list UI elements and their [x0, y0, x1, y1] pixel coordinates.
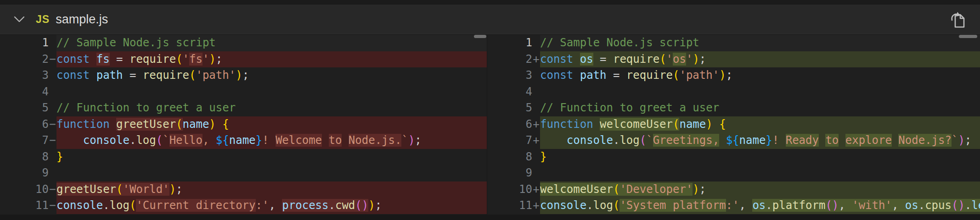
code-token: Hello	[169, 134, 203, 147]
modified-code-pane[interactable]: 1// Sample Node.js script2+const os = re…	[487, 35, 980, 214]
top-edge-strip	[0, 0, 980, 5]
code-line-modified-2[interactable]: 2+const os = require('os');	[487, 51, 980, 68]
code-token: welcomeUser	[540, 183, 613, 196]
code-token: log	[136, 134, 156, 147]
diff-sign: −	[49, 132, 56, 149]
code-line-modified-5[interactable]: 5// Function to greet a user	[487, 100, 980, 116]
code-token: 'World'	[123, 183, 169, 196]
code-line-modified-8[interactable]: 8}	[487, 149, 980, 165]
open-file-icon[interactable]	[949, 9, 967, 29]
code-line-original-10[interactable]: 10−greetUser('World');	[0, 182, 487, 198]
line-number: 1	[487, 35, 532, 51]
code-content: function greetUser(name) {	[56, 116, 487, 133]
code-token: =	[593, 53, 613, 66]
code-token: )	[832, 199, 839, 212]
line-number: 8	[487, 149, 532, 165]
code-line-modified-1[interactable]: 1// Sample Node.js script	[487, 35, 980, 51]
diff-sign: −	[49, 182, 56, 198]
code-token: :'	[726, 199, 739, 212]
code-line-original-11[interactable]: 11−console.log('Current directory:', pro…	[0, 198, 487, 214]
code-token	[719, 134, 726, 147]
code-token: )	[706, 118, 712, 131]
code-token	[110, 118, 116, 131]
code-token: .	[130, 134, 136, 147]
diff-sign	[532, 149, 540, 165]
code-line-original-8[interactable]: 8}	[0, 149, 487, 165]
code-token: os	[752, 199, 766, 212]
chevron-down-icon[interactable]	[14, 16, 25, 23]
code-token: os	[673, 53, 686, 66]
code-line-modified-9[interactable]: 9	[487, 165, 980, 182]
code-line-original-7[interactable]: 7− console.log(`Hello, ${name}! Welcome …	[0, 132, 487, 149]
code-line-modified-4[interactable]: 4	[487, 84, 980, 100]
code-content: // Sample Node.js script	[56, 35, 487, 51]
code-token: ;	[726, 69, 732, 82]
code-token	[573, 69, 580, 82]
code-token: welcomeUser	[600, 118, 673, 131]
code-token: {	[222, 118, 229, 131]
code-line-modified-6[interactable]: 6+function welcomeUser(name) {	[487, 116, 980, 133]
code-token: function	[540, 118, 593, 131]
code-token: explore	[845, 134, 892, 147]
code-content: const fs = require('fs');	[56, 51, 487, 68]
line-number: 6	[487, 116, 532, 133]
line-number: 11	[0, 198, 49, 214]
code-token: ${	[726, 134, 739, 147]
code-line-modified-10[interactable]: 10+welcomeUser('Developer');	[487, 182, 980, 198]
code-line-original-4[interactable]: 4	[0, 84, 487, 100]
code-token: fs	[96, 53, 110, 66]
code-token: )	[362, 199, 368, 212]
line-number: 10	[0, 182, 49, 198]
code-line-original-1[interactable]: 1// Sample Node.js script	[0, 35, 487, 51]
code-token: name	[229, 134, 256, 147]
code-token: `	[646, 134, 653, 147]
code-token	[540, 134, 567, 147]
code-token: cwd	[335, 199, 355, 212]
scrollbar-thumb[interactable]	[474, 35, 486, 38]
line-number: 3	[0, 67, 49, 84]
code-token: ,	[839, 199, 852, 212]
code-token: (	[673, 69, 679, 82]
code-token: `	[401, 134, 408, 147]
code-token: require	[626, 69, 673, 82]
code-token: path	[96, 69, 123, 82]
code-token: ,	[203, 134, 216, 147]
code-line-original-9[interactable]: 9	[0, 165, 487, 182]
code-token: ,	[739, 199, 753, 212]
diff-sign: −	[49, 51, 56, 68]
code-line-original-6[interactable]: 6−function greetUser(name) {	[0, 116, 487, 133]
diff-file-header[interactable]: JS sample.js	[0, 5, 980, 34]
code-token: '	[686, 53, 693, 66]
code-token: os	[580, 53, 593, 66]
code-token	[90, 69, 96, 82]
line-number: 5	[0, 100, 49, 116]
code-line-original-5[interactable]: 5// Function to greet a user	[0, 100, 487, 116]
diff-sign	[49, 149, 56, 165]
code-token: )	[209, 53, 215, 66]
code-token: Greetings,	[653, 134, 720, 147]
diff-sign: −	[49, 116, 56, 133]
code-token	[713, 118, 719, 131]
code-line-modified-7[interactable]: 7+ console.log(`Greetings, ${name}! Read…	[487, 132, 980, 149]
code-line-modified-11[interactable]: 11+console.log('System platform:', os.pl…	[487, 198, 980, 214]
code-line-original-2[interactable]: 2−const fs = require('fs');	[0, 51, 487, 68]
line-number: 3	[487, 67, 532, 84]
code-content: // Sample Node.js script	[540, 35, 980, 51]
diff-editor: 1// Sample Node.js script2−const fs = re…	[0, 35, 980, 214]
code-token: path	[580, 69, 607, 82]
scrollbar-thumb[interactable]	[959, 35, 977, 38]
diff-sign: +	[532, 132, 540, 149]
code-token: 'with'	[852, 199, 892, 212]
line-number: 2	[0, 51, 49, 68]
code-line-modified-3[interactable]: 3const path = require('path');	[487, 67, 980, 84]
original-code-pane[interactable]: 1// Sample Node.js script2−const fs = re…	[0, 35, 487, 214]
line-number: 4	[0, 84, 49, 100]
code-line-original-3[interactable]: 3const path = require('path');	[0, 67, 487, 84]
code-token: {	[719, 118, 726, 131]
diff-sign	[49, 165, 56, 182]
code-content: const os = require('os');	[540, 51, 980, 68]
code-content: greetUser('World');	[56, 182, 487, 198]
code-token: `	[952, 134, 958, 147]
code-token: console	[567, 134, 613, 147]
code-token: greetUser	[56, 183, 116, 196]
